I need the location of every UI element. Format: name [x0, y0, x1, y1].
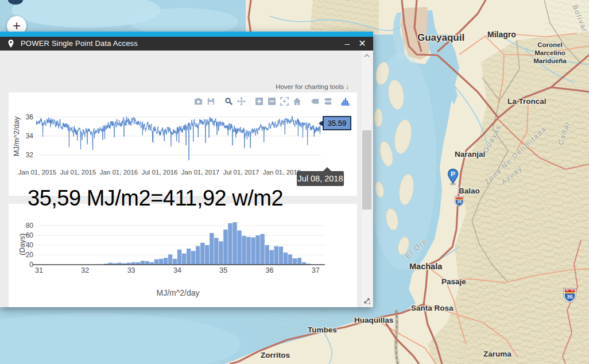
- pan-icon[interactable]: [235, 97, 247, 106]
- minimize-button[interactable]: –: [341, 37, 354, 50]
- hover-compare-icon[interactable]: [321, 97, 333, 106]
- timeseries-y-axis-title: MJ/m^2/day: [12, 108, 21, 165]
- histogram-plot[interactable]: [0, 214, 362, 272]
- histogram-icon[interactable]: [339, 97, 351, 106]
- dialog-titlebar[interactable]: POWER Single Point Data Access – ✕: [0, 37, 373, 51]
- hist-x-tick: 32: [78, 266, 92, 274]
- hist-y-tick: 20: [20, 251, 33, 259]
- hist-x-tick: 35: [216, 266, 230, 274]
- dialog-accent-bar: [0, 32, 373, 37]
- ts-y-tick: 34: [22, 132, 33, 140]
- zoom-in-icon[interactable]: [253, 97, 265, 106]
- location-pin-icon: [7, 39, 14, 48]
- hist-x-tick: 37: [309, 266, 323, 274]
- hover-tooltip-value: 35.59: [323, 116, 351, 130]
- hist-x-tick: 34: [170, 266, 184, 274]
- close-button[interactable]: ✕: [356, 37, 369, 50]
- zoom-icon[interactable]: [223, 97, 234, 106]
- scrollbar-up-arrow[interactable]: [362, 51, 372, 60]
- dialog-resize-grip[interactable]: [363, 297, 372, 306]
- hist-y-tick: 80: [20, 222, 33, 230]
- hover-tooltip-date: Jul 08, 2018: [297, 171, 344, 186]
- dialog-title: POWER Single Point Data Access: [21, 39, 138, 48]
- ts-x-tick: Jul 01, 2017: [220, 169, 262, 176]
- hist-y-tick: 0: [20, 261, 33, 269]
- hover-hint-text: Hover for charting tools ↓: [276, 83, 349, 90]
- autoscale-icon[interactable]: [278, 97, 290, 106]
- zoom-out-icon[interactable]: [266, 97, 277, 106]
- tooltip-value-text: 35.59: [328, 119, 347, 127]
- hist-x-tick: 36: [263, 266, 277, 274]
- home-icon[interactable]: [291, 97, 303, 106]
- tooltip-arrow: [319, 120, 324, 127]
- scrollbar-thumb[interactable]: [362, 130, 371, 210]
- ts-y-tick: 36: [22, 113, 33, 121]
- hover-closest-icon[interactable]: [309, 97, 320, 106]
- ts-x-tick: Jan 01, 2017: [180, 169, 221, 176]
- dialog-scrollbar[interactable]: [362, 51, 372, 307]
- hist-x-tick: 33: [125, 266, 138, 274]
- plotly-modebar: [0, 96, 351, 107]
- conversion-annotation: 35,59 MJ/m2=411,92 w/m2: [28, 186, 283, 211]
- tooltip-date-text: Jul 08, 2018: [297, 174, 343, 183]
- tooltip-caret: [323, 167, 331, 171]
- ts-x-tick: Jan 01, 2015: [17, 169, 58, 176]
- ts-x-tick: Jul 01, 2015: [57, 169, 99, 176]
- dialog-body: Hover for charting tools ↓ MJ/m^2/day 36…: [0, 51, 373, 307]
- camera-icon[interactable]: [192, 97, 204, 106]
- ts-x-tick: Jul 01, 2016: [139, 169, 180, 176]
- histogram-x-axis-title: MJ/m^2/day: [138, 288, 218, 297]
- hist-y-tick: 40: [20, 241, 33, 249]
- hist-x-tick: 31: [32, 266, 46, 274]
- hist-y-tick: 60: [20, 231, 33, 239]
- save-icon[interactable]: [205, 97, 216, 106]
- power-dialog: POWER Single Point Data Access – ✕ Hover…: [0, 32, 373, 307]
- ts-x-tick: Jan 01, 2016: [98, 169, 140, 176]
- ts-y-tick: 32: [22, 151, 33, 159]
